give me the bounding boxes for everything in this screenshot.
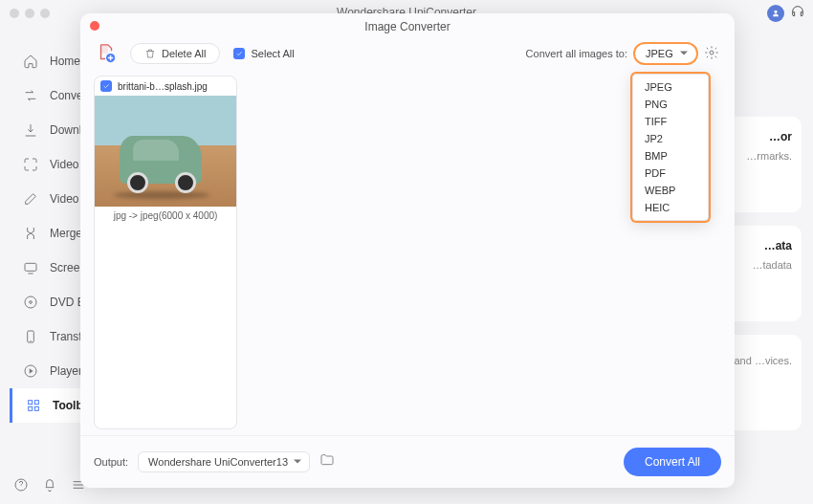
svg-rect-5	[29, 401, 33, 405]
format-option-jp2[interactable]: JP2	[633, 130, 708, 147]
format-option-webp[interactable]: WEBP	[633, 182, 708, 199]
svg-rect-8	[34, 406, 38, 410]
download-icon	[23, 122, 38, 138]
svg-rect-10	[101, 45, 108, 54]
modal-title: Image Converter	[80, 13, 735, 33]
select-all-checkbox[interactable]: Select All	[233, 48, 294, 59]
checkbox-checked-icon	[233, 48, 245, 59]
convert-to-label: Convert all images to:	[526, 48, 627, 59]
file-thumbnail	[95, 96, 236, 207]
format-select[interactable]: JPEG JPEG PNG TIFF JP2 BMP PDF WEBP HEIC	[635, 44, 696, 63]
image-converter-modal: Image Converter Delete All Select All Co…	[80, 13, 735, 488]
support-icon[interactable]	[790, 4, 805, 23]
file-checkbox[interactable]	[100, 80, 112, 92]
convert-all-button[interactable]: Convert All	[624, 448, 721, 476]
disc-icon	[23, 295, 38, 310]
select-all-label: Select All	[251, 48, 294, 59]
account-avatar[interactable]	[767, 5, 784, 22]
format-option-jpeg[interactable]: JPEG	[633, 78, 708, 96]
output-path-select[interactable]: Wondershare UniConverter13	[138, 451, 310, 472]
format-option-pdf[interactable]: PDF	[633, 164, 708, 182]
toolbox-icon	[26, 398, 41, 413]
delete-all-button[interactable]: Delete All	[130, 43, 220, 64]
delete-all-label: Delete All	[162, 48, 206, 59]
record-icon	[23, 260, 38, 275]
sidebar-item-label: Home	[50, 55, 80, 68]
convert-icon	[23, 88, 38, 103]
home-icon	[23, 54, 38, 69]
bell-icon[interactable]	[42, 477, 57, 496]
settings-icon[interactable]	[704, 45, 719, 62]
edit-icon	[23, 191, 38, 207]
svg-point-1	[25, 296, 36, 308]
close-button[interactable]	[90, 21, 99, 31]
merge-icon	[23, 226, 38, 241]
format-select-value: JPEG	[646, 48, 673, 59]
format-option-tiff[interactable]: TIFF	[633, 113, 708, 130]
open-folder-icon[interactable]	[319, 452, 335, 471]
file-card[interactable]: brittani-b…splash.jpg jpg -> jpeg(6000 x…	[94, 76, 237, 429]
svg-point-2	[30, 301, 33, 304]
help-icon[interactable]	[13, 477, 29, 496]
format-option-heic[interactable]: HEIC	[633, 199, 708, 216]
file-name: brittani-b…splash.jpg	[118, 81, 208, 92]
output-path-value: Wondershare UniConverter13	[148, 456, 288, 468]
format-option-png[interactable]: PNG	[633, 96, 708, 113]
play-icon	[23, 363, 38, 379]
add-files-button[interactable]	[96, 43, 117, 64]
sidebar-item-label: Player	[50, 364, 82, 378]
format-option-bmp[interactable]: BMP	[633, 147, 708, 164]
svg-rect-0	[25, 263, 36, 271]
convert-all-label: Convert All	[645, 455, 700, 469]
format-dropdown: JPEG PNG TIFF JP2 BMP PDF WEBP HEIC	[632, 74, 709, 221]
svg-rect-7	[29, 406, 33, 410]
svg-rect-6	[34, 401, 38, 405]
svg-point-12	[710, 51, 714, 55]
compress-icon	[23, 157, 38, 172]
output-label: Output:	[94, 456, 128, 468]
transfer-icon	[23, 329, 38, 344]
file-meta: jpg -> jpeg(6000 x 4000)	[95, 207, 236, 225]
